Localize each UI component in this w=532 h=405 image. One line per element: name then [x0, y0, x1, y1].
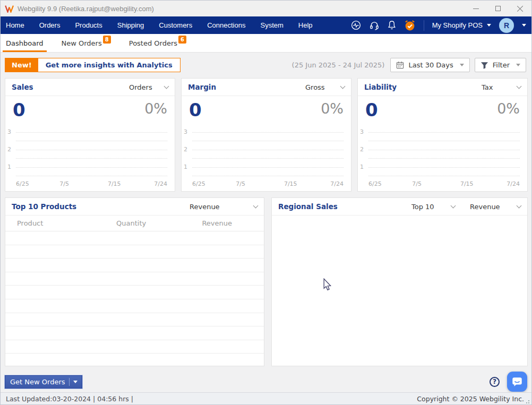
kpi-card-sales: Sales Orders 0 0% 3 2 1	[5, 78, 175, 192]
menu-connections[interactable]: Connections	[200, 16, 253, 34]
x-tick: 6/25	[192, 180, 205, 187]
x-tick: 6/25	[16, 180, 29, 187]
y-tick: 3	[7, 128, 11, 135]
margin-mini-chart: 3 2 1 6/25 7/5 7/15 7/24	[192, 132, 344, 191]
liability-card-title: Liability	[364, 83, 397, 91]
margin-value: 0	[189, 101, 202, 119]
sales-metric-dropdown[interactable]: Orders	[129, 83, 168, 91]
date-range-text: (25 Jun 2025 - 24 Jul 2025)	[292, 61, 385, 69]
analytics-promo-label: Get more insights with Analytics	[38, 58, 180, 72]
get-new-orders-label: Get New Orders	[10, 378, 65, 386]
activity-icon[interactable]	[351, 20, 361, 30]
maximize-icon	[495, 6, 501, 11]
menu-orders[interactable]: Orders	[32, 16, 68, 34]
x-tick: 7/15	[284, 180, 297, 187]
sales-value: 0	[13, 101, 25, 119]
table-row	[5, 286, 264, 299]
y-tick: 3	[184, 128, 187, 135]
menu-home[interactable]: Home	[5, 16, 32, 34]
x-tick: 7/24	[154, 180, 167, 187]
top-products-metric-dropdown[interactable]: Revenue	[190, 203, 258, 211]
table-row	[5, 299, 264, 313]
y-tick: 2	[184, 146, 187, 153]
date-filter-label: Last 30 Days	[408, 61, 453, 69]
menu-products[interactable]: Products	[67, 16, 109, 34]
regional-metric-dropdown[interactable]: Revenue	[470, 203, 521, 211]
minimize-button[interactable]	[465, 1, 487, 16]
new-badge: New!	[5, 58, 38, 72]
menu-customers[interactable]: Customers	[151, 16, 200, 34]
close-button[interactable]	[509, 1, 531, 16]
margin-metric-dropdown[interactable]: Gross	[305, 83, 345, 91]
table-row	[5, 326, 264, 340]
table-row	[5, 245, 264, 259]
tab-posted-orders-label: Posted Orders	[129, 39, 177, 47]
minimize-icon	[473, 8, 479, 9]
kpi-card-margin: Margin Gross 0 0% 3 2 1	[181, 78, 351, 192]
chat-bubble-icon[interactable]	[507, 372, 527, 392]
y-tick: 2	[360, 146, 364, 153]
avatar[interactable]: R	[499, 18, 514, 33]
table-row	[5, 231, 264, 245]
kpi-card-liability: Liability Tax 0 0% 3 2 1	[357, 78, 528, 192]
y-tick: 1	[360, 163, 364, 170]
headset-icon[interactable]	[369, 20, 380, 31]
menu-divider	[424, 20, 424, 31]
status-bar: Last Updated:03-20-2024 | 04:56 hrs | Co…	[1, 392, 531, 404]
filter-dropdown[interactable]: Filter	[475, 58, 526, 72]
sales-card-title: Sales	[12, 83, 33, 91]
top-products-metric-label: Revenue	[190, 203, 220, 211]
alarm-check-icon[interactable]	[404, 20, 416, 31]
tab-new-orders[interactable]: New Orders 8	[62, 34, 111, 52]
regional-metric-label: Revenue	[470, 203, 500, 211]
chevron-down-icon	[73, 381, 78, 383]
help-icon[interactable]: ?	[490, 377, 500, 387]
bell-icon[interactable]	[388, 20, 396, 30]
menu-help[interactable]: Help	[291, 16, 320, 34]
regional-sales-title: Regional Sales	[278, 202, 338, 211]
tab-bar: Dashboard New Orders 8 Posted Orders 6	[1, 34, 531, 53]
top-products-card: Top 10 Products Revenue Product Quantity…	[5, 197, 264, 366]
title-bar: Webgility 9.9 (Reetika.rajput@webgility.…	[1, 1, 531, 16]
date-filter-dropdown[interactable]: Last 30 Days	[390, 58, 469, 72]
chevron-down-icon	[340, 84, 346, 89]
margin-metric-label: Gross	[305, 83, 325, 91]
posted-orders-count-badge: 6	[178, 36, 186, 44]
x-tick: 6/25	[368, 180, 382, 187]
liability-metric-label: Tax	[482, 83, 493, 91]
resize-grip[interactable]	[526, 399, 531, 404]
chevron-down-icon	[460, 64, 464, 66]
table-row	[5, 272, 264, 286]
analytics-promo-link[interactable]: New! Get more insights with Analytics	[5, 58, 181, 72]
column-product: Product	[17, 219, 98, 227]
store-selector-dropdown[interactable]: My Shopify POS	[432, 21, 491, 29]
window-title: Webgility 9.9 (Reetika.rajput@webgility.…	[18, 5, 154, 13]
tab-posted-orders[interactable]: Posted Orders 6	[129, 34, 186, 52]
x-tick: 7/24	[330, 180, 344, 187]
account-chevron-down-icon[interactable]	[522, 24, 526, 27]
y-tick: 3	[360, 128, 364, 135]
y-tick: 2	[7, 146, 11, 153]
regional-sales-body	[272, 216, 527, 366]
table-row	[5, 340, 264, 354]
x-tick: 7/15	[460, 180, 474, 187]
x-tick: 7/5	[412, 180, 422, 187]
close-icon	[517, 5, 524, 12]
dashboard-content: New! Get more insights with Analytics (2…	[1, 53, 531, 392]
menu-shipping[interactable]: Shipping	[110, 16, 152, 34]
table-row	[5, 258, 264, 272]
filter-funnel-icon	[480, 62, 488, 69]
get-new-orders-button[interactable]: Get New Orders	[5, 375, 82, 389]
liability-metric-dropdown[interactable]: Tax	[482, 83, 521, 91]
sales-percent: 0%	[144, 101, 167, 117]
chevron-down-icon	[253, 203, 259, 209]
maximize-button[interactable]	[487, 1, 509, 16]
menu-system[interactable]: System	[253, 16, 290, 34]
regional-sales-card: Regional Sales Top 10 Revenue	[271, 197, 528, 366]
chevron-down-icon	[164, 84, 169, 89]
regional-count-dropdown[interactable]: Top 10	[411, 203, 455, 211]
filter-label: Filter	[493, 61, 510, 69]
products-table-header: Product Quantity Revenue	[5, 216, 264, 231]
chevron-down-icon	[516, 64, 520, 66]
tab-dashboard[interactable]: Dashboard	[6, 34, 44, 52]
